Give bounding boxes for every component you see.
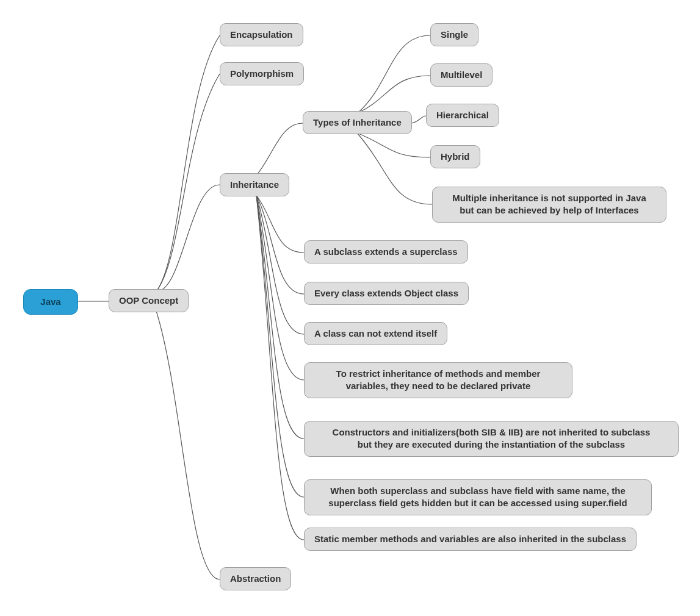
node-type-hybrid[interactable]: Hybrid [430,145,480,168]
root-node-java[interactable]: Java [23,289,78,315]
node-fact-hidden-field[interactable]: When both superclass and subclass have f… [304,479,652,515]
node-type-multilevel[interactable]: Multilevel [430,63,493,87]
node-type-single[interactable]: Single [430,23,478,46]
node-oop-concept[interactable]: OOP Concept [109,289,189,312]
node-fact-static-inherited[interactable]: Static member methods and variables are … [304,528,637,551]
node-fact-subclass-extends[interactable]: A subclass extends a superclass [304,240,468,263]
node-fact-private-restrict[interactable]: To restrict inheritance of methods and m… [304,362,572,398]
node-type-hierarchical[interactable]: Hierarchical [426,104,499,127]
node-inheritance[interactable]: Inheritance [220,173,289,196]
node-polymorphism[interactable]: Polymorphism [220,62,304,85]
node-encapsulation[interactable]: Encapsulation [220,23,303,46]
node-fact-not-self[interactable]: A class can not extend itself [304,322,447,345]
connectors [0,0,700,616]
node-abstraction[interactable]: Abstraction [220,567,291,590]
node-type-multiple-note[interactable]: Multiple inheritance is not supported in… [432,187,666,223]
node-fact-extends-object[interactable]: Every class extends Object class [304,282,469,305]
node-fact-constructors[interactable]: Constructors and initializers(both SIB &… [304,421,679,457]
node-types-of-inheritance[interactable]: Types of Inheritance [303,111,412,134]
